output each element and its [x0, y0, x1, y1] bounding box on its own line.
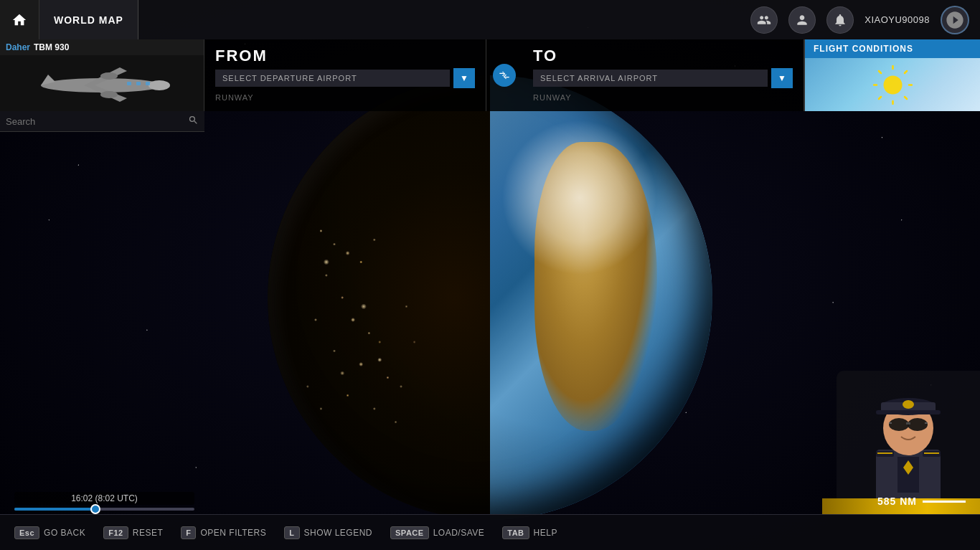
left-panel: [0, 111, 204, 132]
aircraft-panel: Daher TBM 930: [0, 39, 204, 111]
svg-line-17: [879, 97, 881, 99]
svg-rect-9: [146, 82, 150, 85]
sun-icon: [873, 65, 913, 105]
svg-rect-33: [925, 422, 928, 424]
earth-globe: [268, 75, 712, 520]
swap-icon: [499, 70, 510, 81]
load-save-label: LOAD/SAVE: [433, 528, 485, 538]
from-title: FROM: [215, 47, 475, 65]
svg-rect-27: [876, 410, 941, 414]
tab-key-badge: TAB: [502, 526, 529, 539]
svg-point-10: [883, 75, 902, 94]
reset-label: RESET: [133, 528, 164, 538]
community-icon: [757, 13, 771, 27]
arrival-select[interactable]: SELECT ARRIVAL AIRPORT: [533, 70, 768, 87]
nm-value: 585 NM: [877, 496, 917, 507]
top-navigation: WORLD MAP XIAOYU90098: [0, 0, 980, 39]
show-legend-action[interactable]: L SHOW LEGEND: [284, 526, 372, 539]
search-container: [0, 111, 204, 132]
search-input[interactable]: [6, 116, 182, 127]
departure-dropdown-arrow[interactable]: ▼: [453, 68, 475, 88]
nm-display: 585 NM: [877, 496, 966, 507]
svg-point-28: [903, 400, 914, 409]
nm-scale-bar: [923, 501, 966, 503]
avatar-button[interactable]: [941, 6, 969, 34]
pilot-avatar: [822, 356, 980, 514]
svg-rect-8: [136, 82, 141, 85]
time-slider-track[interactable]: [14, 508, 194, 511]
svg-rect-31: [906, 422, 910, 425]
svg-point-29: [889, 418, 909, 431]
world-map-tab[interactable]: WORLD MAP: [39, 0, 138, 39]
swap-button[interactable]: [493, 64, 516, 87]
aircraft-label: Daher TBM 930: [0, 39, 204, 55]
flight-conditions-content[interactable]: [805, 58, 980, 111]
f-key-badge: F: [181, 526, 196, 539]
from-runway-label: RUNWAY: [215, 91, 475, 104]
aircraft-image[interactable]: [0, 55, 204, 111]
reset-action[interactable]: F12 RESET: [103, 526, 163, 539]
departure-select[interactable]: SELECT DEPARTURE AIRPORT: [215, 70, 450, 87]
svg-point-5: [100, 72, 118, 80]
profile-button[interactable]: [788, 6, 816, 34]
load-save-action[interactable]: SPACE LOAD/SAVE: [390, 526, 484, 539]
svg-rect-22: [877, 452, 892, 454]
notification-icon: [833, 13, 847, 27]
time-display: 16:02 (8:02 UTC): [14, 492, 194, 505]
show-legend-label: SHOW LEGEND: [304, 528, 373, 538]
departure-select-row: SELECT DEPARTURE AIRPORT ▼: [215, 68, 475, 88]
home-icon: [11, 12, 27, 28]
community-button[interactable]: [750, 6, 778, 34]
esc-key-badge: Esc: [14, 526, 39, 539]
aircraft-model: TBM 930: [34, 42, 69, 52]
help-action[interactable]: TAB HELP: [502, 526, 557, 539]
aircraft-silhouette: [27, 60, 177, 107]
arrival-select-row: SELECT ARRIVAL AIRPORT ▼: [533, 68, 793, 88]
svg-rect-32: [889, 422, 892, 424]
home-button[interactable]: [0, 0, 39, 39]
profile-icon: [795, 13, 809, 27]
to-runway-label: RUNWAY: [533, 91, 793, 104]
time-slider-thumb[interactable]: [90, 504, 100, 514]
go-back-action[interactable]: Esc GO BACK: [14, 526, 85, 539]
aircraft-brand: Daher: [6, 42, 30, 52]
pilot-illustration: [837, 371, 980, 514]
globe-atmosphere: [268, 75, 712, 520]
flight-conditions-header: FLIGHT CONDITIONS: [805, 39, 980, 58]
bottom-bar: Esc GO BACK F12 RESET F OPEN FILTERS L S…: [0, 514, 980, 550]
help-label: HELP: [534, 528, 557, 538]
svg-rect-23: [924, 452, 939, 454]
svg-line-18: [905, 97, 907, 99]
space-key-badge: SPACE: [390, 526, 429, 539]
open-filters-label: OPEN FILTERS: [200, 528, 266, 538]
arrival-dropdown-arrow[interactable]: ▼: [771, 68, 793, 88]
pilot-background: [837, 371, 980, 514]
svg-point-30: [908, 418, 928, 431]
to-title: TO: [533, 47, 793, 65]
svg-rect-7: [127, 82, 131, 85]
l-key-badge: L: [284, 526, 299, 539]
nav-right: XIAOYU90098: [750, 6, 980, 34]
flight-header: Daher TBM 930: [0, 39, 980, 111]
swap-container: [486, 39, 522, 111]
svg-line-16: [905, 71, 907, 73]
svg-line-15: [879, 71, 881, 73]
search-icon[interactable]: [188, 115, 199, 128]
open-filters-action[interactable]: F OPEN FILTERS: [181, 526, 266, 539]
svg-point-1: [149, 80, 170, 90]
avatar-icon: [945, 10, 965, 30]
time-slider-fill: [14, 508, 95, 511]
username-display: XIAOYU90098: [864, 14, 930, 25]
time-slider-container: 16:02 (8:02 UTC): [14, 492, 194, 511]
svg-point-6: [100, 91, 118, 98]
from-section: FROM SELECT DEPARTURE AIRPORT ▼ RUNWAY: [204, 39, 486, 111]
go-back-label: GO BACK: [44, 528, 85, 538]
to-section: TO SELECT ARRIVAL AIRPORT ▼ RUNWAY: [522, 39, 804, 111]
f12-key-badge: F12: [103, 526, 128, 539]
notification-button[interactable]: [826, 6, 854, 34]
flight-conditions-panel: FLIGHT CONDITIONS: [804, 39, 980, 111]
